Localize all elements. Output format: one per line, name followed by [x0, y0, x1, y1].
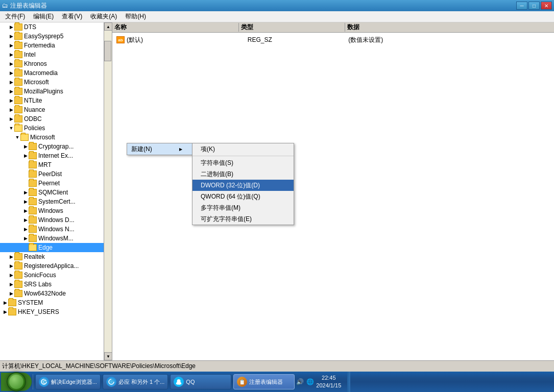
submenu-item-expandstring-label: 可扩充字符串值(E) [201, 215, 252, 224]
expand-systemcert[interactable]: ▶ [22, 199, 29, 204]
tree-item-registeredapp[interactable]: ▶ RegisteredApplica... [0, 261, 112, 271]
tree-item-windowsm[interactable]: ▶ WindowsM... [0, 234, 112, 243]
expand-dts[interactable]: ▶ [8, 24, 14, 30]
tree-item-intel[interactable]: ▶ Intel [0, 50, 112, 59]
right-panel: 名称 类型 数据 ab (默认) REG_SZ (数值未设置) [112, 22, 554, 360]
tree-item-khronos[interactable]: ▶ Khronos [0, 59, 112, 68]
expand-ntlite[interactable]: ▶ [8, 98, 14, 103]
tree-item-internetex[interactable]: ▶ Internet Ex... [0, 151, 112, 160]
expand-wow6432node[interactable]: ▶ [8, 291, 14, 296]
expand-intel[interactable]: ▶ [8, 52, 14, 57]
expand-registeredapp[interactable]: ▶ [8, 263, 14, 268]
folder-icon-internetex [29, 152, 37, 159]
expand-microsoft2[interactable]: ▼ [14, 135, 20, 140]
tree-item-systemcert[interactable]: ▶ SystemCert... [0, 197, 112, 206]
tree-item-microsoft1[interactable]: ▶ Microsoft [0, 78, 112, 87]
tree-item-easysysprep5[interactable]: ▶ EasySysprep5 [0, 32, 112, 41]
expand-srslabs[interactable]: ▶ [8, 282, 14, 287]
expand-windowsm[interactable]: ▶ [22, 236, 29, 241]
tree-item-realtek[interactable]: ▶ Realtek [0, 252, 112, 261]
scroll-track[interactable] [104, 31, 112, 352]
submenu-item-multistring[interactable]: 多字符串值(M) [192, 202, 294, 213]
expand-easysysprep5[interactable]: ▶ [8, 34, 14, 39]
expand-cryptography[interactable]: ▶ [22, 144, 29, 149]
expand-khronos[interactable]: ▶ [8, 61, 14, 66]
folder-icon-srslabs [14, 281, 22, 288]
submenu-item-qword[interactable]: QWORD (64 位)值(Q) [192, 191, 294, 202]
tree-vscrollbar[interactable]: ▲ ▼ [104, 22, 112, 360]
taskbar-btn-qq[interactable]: QQ [170, 374, 231, 389]
tree-item-sonicfocus[interactable]: ▶ SonicFocus [0, 271, 112, 280]
taskbar-btn-edge2[interactable]: 必应 和另外 1 个... [103, 374, 168, 389]
taskbar-btn-regedit[interactable]: 📋 注册表编辑器 [233, 374, 295, 389]
tree-item-windowsd[interactable]: ▶ Windows D... [0, 215, 112, 225]
expand-microsoft1[interactable]: ▶ [8, 80, 14, 85]
tree-item-hkey-users[interactable]: ▶ HKEY_USERS [0, 307, 112, 316]
menu-help[interactable]: 帮助(H) [121, 11, 150, 22]
expand-nuance[interactable]: ▶ [8, 107, 14, 112]
submenu-item-key[interactable]: 项(K) [192, 143, 294, 155]
tree-item-mozillaplugins[interactable]: ▶ MozillaPlugins [0, 87, 112, 96]
expand-windowsd[interactable]: ▶ [22, 217, 29, 223]
tree-item-peernet[interactable]: ▶ Peernet [0, 179, 112, 188]
tree-item-edge[interactable]: ▶ Edge [0, 243, 112, 252]
tree-item-dts[interactable]: ▶ DTS [0, 22, 112, 32]
tree-item-srslabs[interactable]: ▶ SRS Labs [0, 280, 112, 289]
expand-macromedia[interactable]: ▶ [8, 70, 14, 76]
scroll-down-btn[interactable]: ▼ [104, 352, 112, 360]
tree-item-microsoft2[interactable]: ▼ Microsoft [0, 133, 112, 142]
folder-icon-registeredapp [14, 262, 22, 270]
submenu-item-string[interactable]: 字符串值(S) [192, 157, 294, 168]
submenu-item-binary[interactable]: 二进制值(B) [192, 168, 294, 180]
expand-odbc[interactable]: ▶ [8, 116, 14, 121]
tree-item-macromedia[interactable]: ▶ Macromedia [0, 68, 112, 78]
expand-windows[interactable]: ▶ [22, 208, 29, 213]
expand-sqmclient[interactable]: ▶ [22, 190, 29, 195]
tree-item-peerdist[interactable]: ▶ PeerDist [0, 169, 112, 179]
tray-icon-2[interactable]: 🌐 [306, 378, 314, 386]
tree-item-ntlite[interactable]: ▶ NTLite [0, 96, 112, 105]
menu-edit[interactable]: 编辑(E) [29, 11, 58, 22]
show-desktop-btn[interactable] [347, 372, 350, 392]
tree-item-fortemedia[interactable]: ▶ Fortemedia [0, 41, 112, 50]
menu-view[interactable]: 查看(V) [58, 11, 86, 22]
tree-item-system[interactable]: ▶ SYSTEM [0, 298, 112, 307]
start-orb[interactable] [7, 372, 26, 391]
start-orb-inner [9, 375, 23, 389]
taskbar-btn-edge[interactable]: 解决Edge浏览器... [35, 374, 101, 389]
tree-item-windowsn[interactable]: ▶ Windows N... [0, 225, 112, 234]
menu-favorites[interactable]: 收藏夹(A) [86, 11, 121, 22]
tree-item-odbc[interactable]: ▶ ODBC [0, 114, 112, 124]
scroll-thumb[interactable] [104, 41, 111, 61]
folder-icon-nuance [14, 106, 22, 113]
expand-windowsn[interactable]: ▶ [22, 227, 29, 232]
tree-item-nuance[interactable]: ▶ Nuance [0, 105, 112, 114]
expand-fortemedia[interactable]: ▶ [8, 43, 14, 48]
close-button[interactable]: ✕ [541, 2, 552, 10]
tray-icon-1[interactable]: 🔊 [296, 378, 304, 386]
menu-file[interactable]: 文件(F) [1, 11, 29, 22]
tree-item-windows[interactable]: ▶ Windows [0, 206, 112, 215]
context-menu-new[interactable]: 新建(N) ▶ [127, 143, 192, 155]
tree-item-mrt[interactable]: ▶ MRT [0, 160, 112, 169]
tree-item-policies[interactable]: ▼ Policies [0, 124, 112, 133]
expand-policies[interactable]: ▼ [8, 126, 14, 131]
maximize-button[interactable]: □ [528, 2, 540, 10]
folder-icon-mrt [29, 161, 37, 168]
expand-internetex[interactable]: ▶ [22, 153, 29, 158]
reg-entry-default[interactable]: ab (默认) REG_SZ (数值未设置) [114, 35, 552, 45]
tree-item-wow6432node[interactable]: ▶ Wow6432Node [0, 289, 112, 298]
expand-realtek[interactable]: ▶ [8, 254, 14, 259]
expand-sonicfocus[interactable]: ▶ [8, 273, 14, 278]
expand-mozillaplugins[interactable]: ▶ [8, 89, 14, 94]
minimize-button[interactable]: ─ [516, 2, 527, 10]
expand-hkey-users[interactable]: ▶ [2, 309, 8, 314]
tree-item-sqmclient[interactable]: ▶ SQMClient [0, 188, 112, 197]
start-button[interactable] [1, 373, 32, 391]
submenu-item-expandstring[interactable]: 可扩充字符串值(E) [192, 213, 294, 225]
tree-item-cryptography[interactable]: ▶ Cryptograp... [0, 142, 112, 151]
scroll-up-btn[interactable]: ▲ [104, 22, 112, 31]
submenu-item-dword[interactable]: DWORD (32-位)值(D) [192, 180, 294, 191]
expand-system[interactable]: ▶ [2, 300, 8, 305]
tree-content[interactable]: ▶ DTS ▶ EasySysprep5 ▶ Fortemedia ▶ Int [0, 22, 112, 350]
